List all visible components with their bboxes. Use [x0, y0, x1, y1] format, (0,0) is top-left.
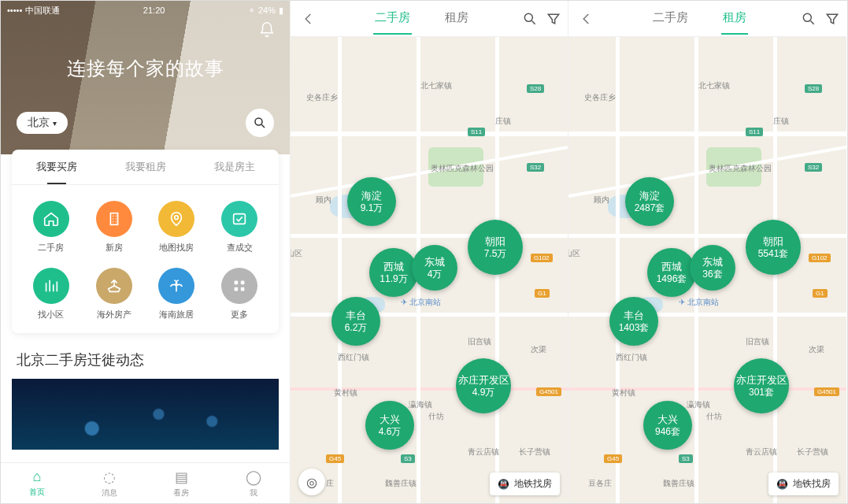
district-bubble[interactable]: 大兴4.6万	[365, 401, 414, 450]
district-bubble[interactable]: 东城4万	[412, 245, 457, 291]
grid-item-4[interactable]: 找小区	[20, 268, 83, 321]
bubble-value: 5541套	[758, 248, 789, 259]
battery-icon: ▮	[279, 6, 283, 16]
grid-label: 二手房	[38, 242, 64, 254]
filter-icon[interactable]	[824, 11, 840, 27]
map-sale-screen: 二手房 租房 北七家镇史各庄乡庄镇奥林匹克森林公园顾内山区✈ 北京南站旧宫镇次渠…	[291, 1, 568, 503]
subway-icon: 🚇	[498, 479, 509, 490]
blocks-icon	[33, 268, 69, 304]
carrier-label: 中国联通	[25, 5, 60, 17]
locate-button[interactable]: ◎	[298, 469, 325, 495]
bubble-name: 朝阳	[485, 235, 505, 248]
search-button[interactable]	[246, 109, 274, 137]
nav-viewing[interactable]: ▤看房	[146, 463, 218, 503]
district-bubble[interactable]: 丰台1403套	[609, 297, 658, 346]
search-icon[interactable]	[522, 11, 538, 27]
status-bar: ••••• 中国联通 21:20 ⚬ 24% ▮	[1, 2, 290, 18]
home-icon: ⌂	[32, 469, 41, 485]
svg-rect-5	[241, 281, 245, 285]
subway-search-button[interactable]: 🚇地铁找房	[768, 472, 839, 495]
svg-rect-7	[241, 287, 245, 291]
district-bubble[interactable]: 亦庄开发区301套	[734, 358, 789, 413]
district-bubble[interactable]: 丰台6.2万	[331, 297, 380, 346]
bubble-value: 6.2万	[345, 322, 368, 333]
check-icon	[221, 201, 257, 237]
subway-icon: 🚇	[776, 479, 788, 490]
back-button[interactable]	[575, 9, 598, 29]
bubble-value: 1403套	[619, 322, 650, 333]
grid-item-0[interactable]: 二手房	[20, 201, 83, 254]
district-bubble[interactable]: 朝阳7.5万	[468, 220, 523, 275]
map-tab-rent[interactable]: 租房	[443, 2, 470, 35]
district-bubble[interactable]: 东城36套	[690, 245, 735, 291]
battery-label: 24%	[258, 6, 276, 15]
notifications-icon[interactable]	[258, 21, 276, 39]
bubble-name: 海淀	[639, 190, 660, 202]
status-time: 21:20	[143, 6, 165, 15]
map-tab-rent[interactable]: 租房	[721, 2, 748, 35]
signal-icon: •••••	[7, 6, 22, 15]
bubble-name: 东城	[424, 256, 445, 269]
district-bubble[interactable]: 西城11.9万	[369, 248, 418, 297]
back-button[interactable]	[297, 9, 320, 29]
map-tab-secondhand[interactable]: 二手房	[373, 2, 412, 35]
district-bubble[interactable]: 朝阳5541套	[746, 220, 801, 275]
bubble-name: 丰台	[624, 309, 644, 322]
bubble-name: 西城	[383, 261, 404, 273]
bubble-value: 36套	[702, 269, 722, 280]
city-selector[interactable]: 北京 ▾	[17, 112, 68, 134]
svg-point-8	[524, 13, 532, 21]
bubble-value: 7.5万	[484, 248, 507, 259]
bubble-name: 西城	[661, 261, 682, 273]
bubble-name: 大兴	[657, 413, 678, 426]
grid-label: 新房	[106, 242, 123, 254]
boat-icon	[96, 268, 132, 304]
bubble-name: 丰台	[346, 309, 366, 322]
bottom-nav: ⌂首页 ◌消息 ▤看房 ◯我	[1, 462, 290, 503]
home-icon	[33, 201, 69, 237]
bubble-value: 9.1万	[361, 202, 383, 213]
district-bubble[interactable]: 西城1496套	[647, 248, 696, 297]
map-header: 二手房 租房	[291, 1, 568, 37]
map-tab-secondhand[interactable]: 二手房	[651, 2, 690, 35]
subway-search-button[interactable]: 🚇地铁找房	[490, 472, 560, 495]
grid-item-1[interactable]: 新房	[83, 201, 146, 254]
district-bubble[interactable]: 大兴946套	[643, 401, 692, 450]
hero: ••••• 中国联通 21:20 ⚬ 24% ▮ 连接每个家的故事 北京 ▾	[1, 1, 290, 154]
intent-tabs: 我要买房 我要租房 我是房主	[12, 150, 279, 185]
grid-label: 海南旅居	[159, 309, 194, 321]
map-header: 二手房 租房	[568, 1, 846, 37]
search-icon[interactable]	[801, 11, 817, 27]
pin-icon	[158, 201, 194, 237]
bubble-value: 1496套	[657, 273, 687, 284]
tab-rent[interactable]: 我要租房	[101, 150, 190, 184]
district-bubble[interactable]: 亦庄开发区4.9万	[456, 358, 511, 413]
svg-point-2	[175, 216, 179, 220]
bubble-value: 4.6万	[379, 426, 402, 437]
nav-messages[interactable]: ◌消息	[73, 463, 146, 503]
tab-buy[interactable]: 我要买房	[12, 150, 101, 184]
main-card: 我要买房 我要租房 我是房主 二手房新房地图找房查成交找小区海外房产海南旅居更多	[12, 150, 279, 333]
nav-me[interactable]: ◯我	[217, 463, 290, 503]
category-grid: 二手房新房地图找房查成交找小区海外房产海南旅居更多	[12, 185, 279, 321]
bubble-value: 11.9万	[380, 273, 407, 284]
grid-item-7[interactable]: 更多	[208, 268, 271, 321]
svg-rect-4	[235, 281, 239, 285]
grid-label: 更多	[231, 309, 248, 321]
map-canvas-rent[interactable]: 北七家镇史各庄乡庄镇奥林匹克森林公园顾内山区✈ 北京南站旧宫镇次渠西红门镇黄村镇…	[568, 37, 846, 503]
district-bubble[interactable]: 海淀2487套	[625, 177, 674, 226]
city-label: 北京	[28, 116, 50, 130]
grid-item-3[interactable]: 查成交	[208, 201, 271, 254]
svg-rect-6	[235, 287, 239, 291]
map-canvas-sale[interactable]: 北七家镇史各庄乡庄镇奥林匹克森林公园顾内山区✈ 北京南站旧宫镇次渠西红门镇黄村镇…	[291, 37, 568, 503]
bubble-name: 海淀	[361, 190, 382, 202]
chevron-down-icon: ▾	[53, 119, 57, 128]
tab-owner[interactable]: 我是房主	[190, 150, 279, 184]
nav-home[interactable]: ⌂首页	[1, 463, 73, 503]
grid-item-2[interactable]: 地图找房	[146, 201, 209, 254]
migration-banner[interactable]	[12, 379, 279, 450]
district-bubble[interactable]: 海淀9.1万	[347, 177, 396, 226]
grid-item-5[interactable]: 海外房产	[83, 268, 146, 321]
grid-item-6[interactable]: 海南旅居	[146, 268, 209, 321]
filter-icon[interactable]	[546, 11, 561, 27]
